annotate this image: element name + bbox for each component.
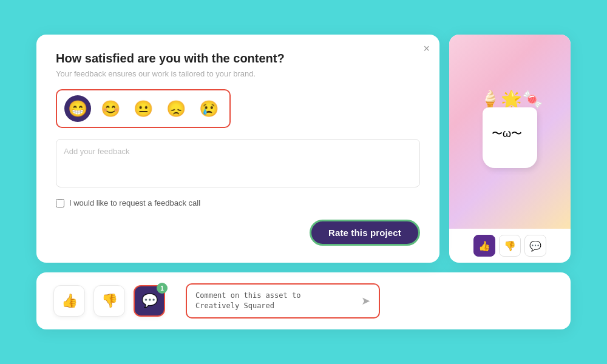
send-comment-button[interactable]: ➤ xyxy=(361,294,370,308)
product-image: 🍦🌟🍬 〜ω〜 xyxy=(449,35,571,229)
cup-illustration: 🍦🌟🍬 〜ω〜 xyxy=(476,89,543,174)
emoji-neutral[interactable]: 😐 xyxy=(130,95,157,122)
feedback-title: How satisfied are you with the content? xyxy=(56,52,420,66)
image-card: 🍦🌟🍬 〜ω〜 👍 👎 💬 xyxy=(449,35,571,263)
thumbs-up-button[interactable]: 👍 xyxy=(53,285,85,317)
top-row: × How satisfied are you with the content… xyxy=(36,35,571,263)
thumbs-down-button[interactable]: 👎 xyxy=(93,285,125,317)
feedback-card: × How satisfied are you with the content… xyxy=(36,35,439,263)
emoji-very-happy[interactable]: 😁 xyxy=(64,95,91,122)
rate-btn-row: Rate this project xyxy=(56,220,420,246)
comment-input[interactable]: Comment on this asset to Creatively Squa… xyxy=(195,291,355,311)
image-thumbs-down-button[interactable]: 👎 xyxy=(499,235,521,257)
main-container: × How satisfied are you with the content… xyxy=(36,35,571,329)
comment-badge: 1 xyxy=(157,283,168,294)
emoji-happy[interactable]: 😊 xyxy=(97,95,124,122)
cup-face: 〜ω〜 xyxy=(492,126,522,141)
comment-button[interactable]: 💬 1 xyxy=(134,285,165,317)
emoji-very-sad[interactable]: 😢 xyxy=(195,95,222,122)
feedback-subtitle: Your feedback ensures our work is tailor… xyxy=(56,69,420,78)
comment-input-wrapper: Comment on this asset to Creatively Squa… xyxy=(186,283,380,318)
emoji-rating-row: 😁 😊 😐 😞 😢 xyxy=(56,89,231,128)
cup-topping: 🍦🌟🍬 xyxy=(480,89,543,109)
image-actions: 👍 👎 💬 xyxy=(449,229,571,263)
image-thumbs-up-button[interactable]: 👍 xyxy=(473,235,495,257)
close-button[interactable]: × xyxy=(423,43,430,54)
checkbox-row: I would like to request a feedback call xyxy=(56,198,420,207)
rate-project-button[interactable]: Rate this project xyxy=(310,220,420,246)
image-comment-button[interactable]: 💬 xyxy=(524,235,546,257)
checkbox-label: I would like to request a feedback call xyxy=(69,198,200,207)
feedback-call-checkbox[interactable] xyxy=(56,199,64,207)
bottom-bar: 👍 👎 💬 1 Comment on this asset to Creativ… xyxy=(36,272,571,329)
emoji-sad[interactable]: 😞 xyxy=(163,95,189,122)
feedback-textarea[interactable] xyxy=(56,139,420,187)
